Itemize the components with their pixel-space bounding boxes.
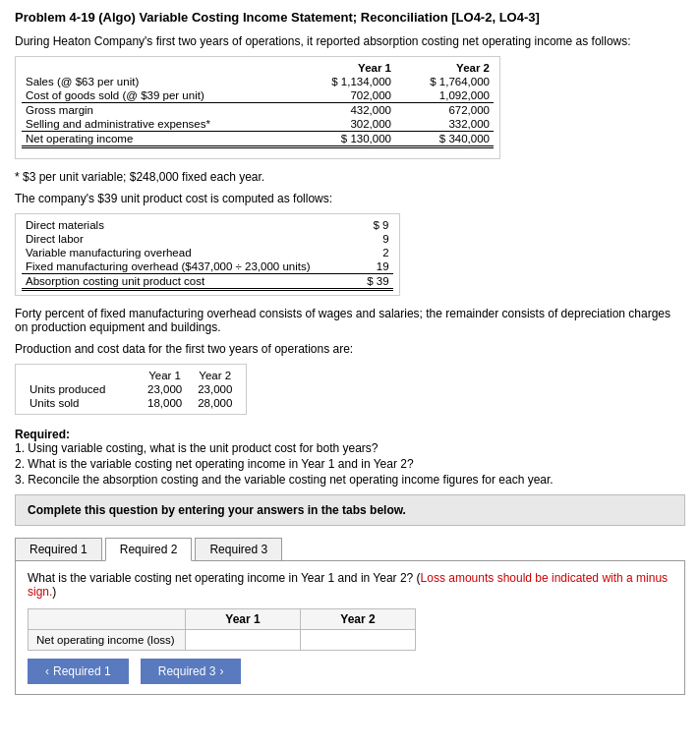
unit-label-total: Absorption costing unit product cost (22, 274, 315, 290)
income-row-cogs: Cost of goods sold (@ $39 per unit) 702,… (22, 88, 494, 103)
nav-buttons: ‹ Required 1 Required 3 › (28, 659, 672, 684)
forward-button[interactable]: Required 3 › (141, 659, 242, 684)
required-list: 1. Using variable costing, what is the u… (15, 441, 685, 487)
income-label-sales: Sales (@ $63 per unit) (22, 75, 297, 88)
answer-table: Year 1 Year 2 Net operating income (loss… (28, 608, 416, 651)
prod-row-produced: Units produced 23,000 23,000 (22, 382, 240, 396)
answer-header-blank (29, 609, 186, 630)
income-sales-year1: $ 1,134,000 (297, 75, 395, 88)
answer-noi-year1-cell[interactable] (186, 630, 301, 651)
problem-title: Problem 4-19 (Algo) Variable Costing Inc… (15, 10, 685, 25)
required-item-1: 1. Using variable costing, what is the u… (15, 441, 685, 455)
unit-row-total: Absorption costing unit product cost $ 3… (22, 274, 393, 290)
footnote-text: * $3 per unit variable; $248,000 fixed e… (15, 170, 685, 184)
prod-label-produced: Units produced (22, 382, 140, 396)
income-header-row: Year 1 Year 2 (22, 61, 494, 75)
answer-label-noi: Net operating income (loss) (29, 630, 186, 651)
prod-sold-year1: 18,000 (140, 396, 190, 410)
prod-header-year1: Year 1 (140, 369, 190, 382)
prod-sold-year2: 28,000 (190, 396, 240, 410)
income-header-label (22, 61, 297, 75)
prod-table: Year 1 Year 2 Units produced 23,000 23,0… (22, 369, 240, 410)
back-icon: ‹ (45, 664, 49, 678)
paragraph1: Forty percent of fixed manufacturing ove… (15, 307, 685, 334)
unit-label-dl: Direct labor (22, 232, 315, 246)
unit-row-vmoh: Variable manufacturing overhead 2 (22, 246, 393, 259)
unit-cost-intro: The company's $39 unit product cost is c… (15, 192, 685, 205)
income-noi-year2: $ 340,000 (395, 132, 494, 147)
tab-question: What is the variable costing net operati… (28, 571, 672, 599)
prod-produced-year2: 23,000 (190, 382, 240, 396)
forward-icon: › (219, 664, 223, 678)
prod-label-sold: Units sold (22, 396, 140, 410)
income-label-noi: Net operating income (22, 132, 297, 147)
paragraph2: Production and cost data for the first t… (15, 342, 685, 356)
unit-row-fmoh: Fixed manufacturing overhead ($437,000 ÷… (22, 259, 393, 274)
income-header-year1: Year 1 (297, 61, 395, 75)
income-row-noi: Net operating income $ 130,000 $ 340,000 (22, 132, 494, 147)
tab-required1[interactable]: Required 1 (15, 538, 102, 560)
prod-row-sold: Units sold 18,000 28,000 (22, 396, 240, 410)
tab-content-required2: What is the variable costing net operati… (15, 561, 685, 695)
income-label-cogs: Cost of goods sold (@ $39 per unit) (22, 88, 297, 103)
income-noi-year1: $ 130,000 (297, 132, 395, 147)
income-gross-year1: 432,000 (297, 103, 395, 118)
prod-produced-year1: 23,000 (140, 382, 190, 396)
unit-label-fmoh: Fixed manufacturing overhead ($437,000 ÷… (22, 259, 315, 274)
answer-header-year1: Year 1 (186, 609, 301, 630)
complete-box: Complete this question by entering your … (15, 494, 685, 526)
answer-header-row: Year 1 Year 2 (29, 609, 416, 630)
loss-note: Loss amounts should be indicated with a … (28, 571, 668, 599)
unit-cost-wrapper: Direct materials $ 9 Direct labor 9 Vari… (15, 213, 400, 296)
unit-val-fmoh: 19 (315, 259, 393, 274)
prod-header-blank (22, 369, 140, 382)
income-sales-year2: $ 1,764,000 (395, 75, 494, 88)
answer-row-noi: Net operating income (loss) (29, 630, 416, 651)
prod-header-row: Year 1 Year 2 (22, 369, 240, 382)
income-row-sga: Selling and administrative expenses* 302… (22, 117, 494, 132)
income-cogs-year2: 1,092,000 (395, 88, 494, 103)
answer-noi-year2-cell[interactable] (301, 630, 416, 651)
unit-cost-table: Direct materials $ 9 Direct labor 9 Vari… (22, 218, 393, 291)
unit-label-vmoh: Variable manufacturing overhead (22, 246, 315, 259)
income-sga-year1: 302,000 (297, 117, 395, 132)
unit-label-dm: Direct materials (22, 218, 315, 232)
income-table: Year 1 Year 2 Sales (@ $63 per unit) $ 1… (22, 61, 494, 148)
required-item-2: 2. What is the variable costing net oper… (15, 457, 685, 471)
tab-required2[interactable]: Required 2 (105, 538, 193, 561)
unit-row-dm: Direct materials $ 9 (22, 218, 393, 232)
intro-text: During Heaton Company's first two years … (15, 34, 685, 48)
tabs-container: Required 1 Required 2 Required 3 (15, 538, 685, 561)
unit-val-vmoh: 2 (315, 246, 393, 259)
back-label: Required 1 (53, 664, 111, 678)
unit-val-dl: 9 (315, 232, 393, 246)
income-row-gross: Gross margin 432,000 672,000 (22, 103, 494, 118)
forward-label: Required 3 (158, 664, 216, 678)
required-section: Required: 1. Using variable costing, wha… (15, 428, 685, 487)
required-item-3: 3. Reconcile the absorption costing and … (15, 473, 685, 487)
prod-table-wrapper: Year 1 Year 2 Units produced 23,000 23,0… (15, 364, 247, 415)
answer-noi-year2-input[interactable] (309, 633, 407, 647)
income-row-sales: Sales (@ $63 per unit) $ 1,134,000 $ 1,7… (22, 75, 494, 88)
income-table-wrapper: Year 1 Year 2 Sales (@ $63 per unit) $ 1… (15, 56, 500, 159)
required-title: Required: (15, 428, 685, 441)
income-header-year2: Year 2 (395, 61, 494, 75)
back-button[interactable]: ‹ Required 1 (28, 659, 129, 684)
answer-noi-year1-input[interactable] (194, 633, 292, 647)
income-gross-year2: 672,000 (395, 103, 494, 118)
unit-val-total: $ 39 (315, 274, 393, 290)
unit-val-dm: $ 9 (315, 218, 393, 232)
income-sga-year2: 332,000 (395, 117, 494, 132)
tab-required3[interactable]: Required 3 (195, 538, 282, 560)
answer-header-year2: Year 2 (301, 609, 416, 630)
prod-header-year2: Year 2 (190, 369, 240, 382)
unit-row-dl: Direct labor 9 (22, 232, 393, 246)
income-label-gross: Gross margin (22, 103, 297, 118)
income-cogs-year1: 702,000 (297, 88, 395, 103)
income-label-sga: Selling and administrative expenses* (22, 117, 297, 132)
